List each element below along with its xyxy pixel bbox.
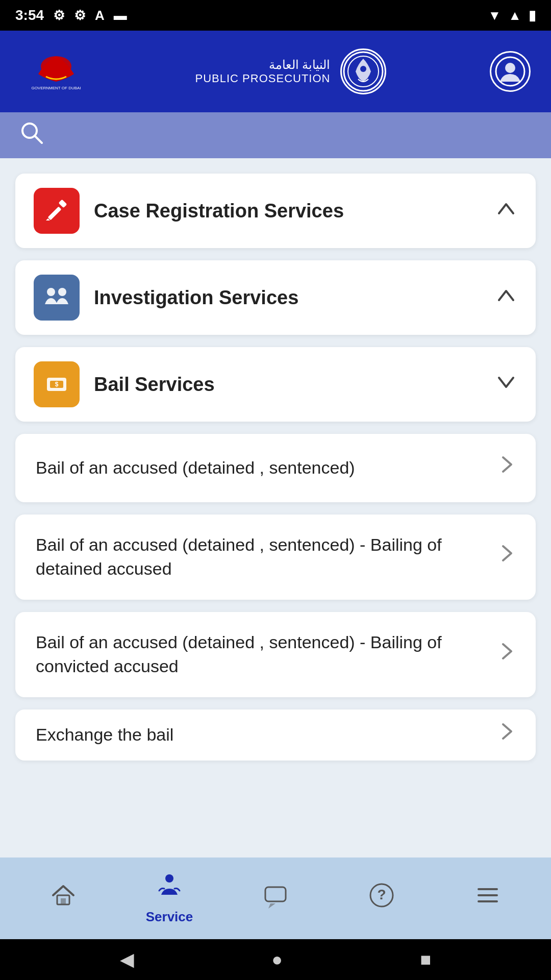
svg-rect-19 <box>61 898 66 904</box>
svg-text:$: $ <box>55 381 59 388</box>
case-registration-chevron <box>495 197 517 225</box>
status-bar-right: ▼ ▲ ▮ <box>488 8 536 23</box>
investigation-left: Investigation Services <box>34 275 298 321</box>
prosecution-english: PUBLIC PROSECUTION <box>195 72 331 85</box>
android-recent-button[interactable]: ■ <box>420 949 432 970</box>
svg-line-9 <box>35 136 42 143</box>
android-nav-bar: ◀ ● ■ <box>0 939 551 980</box>
nav-menu[interactable] <box>435 882 541 915</box>
svg-rect-12 <box>59 200 67 208</box>
help-icon: ? <box>368 882 395 915</box>
bail-item-3-chevron <box>500 639 515 671</box>
nav-service[interactable]: Service <box>116 872 222 925</box>
svg-text:?: ? <box>377 887 386 902</box>
bail-item-2-label: Bail of an accused (detained , sentenced… <box>36 533 490 581</box>
svg-point-7 <box>505 63 515 73</box>
user-profile-button[interactable] <box>490 51 531 92</box>
investigation-title: Investigation Services <box>94 287 298 309</box>
case-registration-title: Case Registration Services <box>94 200 344 222</box>
font-icon: A <box>95 8 105 23</box>
wifi-icon: ▼ <box>488 8 502 23</box>
header: GOVERNMENT OF DUBAI النيابة العامة PUBLI… <box>0 31 551 112</box>
settings-icon: ⚙ <box>53 8 65 23</box>
bail-item-4-label: Exchange the bail <box>36 723 173 747</box>
nav-help[interactable]: ? <box>329 882 435 915</box>
search-icon <box>20 121 43 149</box>
prosecution-arabic: النيابة العامة <box>195 58 331 72</box>
investigation-card[interactable]: Investigation Services <box>15 260 536 335</box>
svg-rect-10 <box>48 207 62 220</box>
svg-rect-21 <box>265 887 286 901</box>
android-home-button[interactable]: ● <box>271 949 283 970</box>
chat-icon <box>262 882 289 915</box>
case-registration-left: Case Registration Services <box>34 188 344 234</box>
status-bar: 3:54 ⚙ ⚙ A ▬ ▼ ▲ ▮ <box>0 0 551 31</box>
main-content: Case Registration Services Investigation… <box>0 158 551 857</box>
service-icon <box>156 872 183 905</box>
svg-point-20 <box>165 874 173 883</box>
gov-dubai-logo: GOVERNMENT OF DUBAI <box>20 48 92 94</box>
bail-item-4[interactable]: Exchange the bail <box>15 709 536 761</box>
battery-icon: ▮ <box>529 8 536 23</box>
bail-item-2[interactable]: Bail of an accused (detained , sentenced… <box>15 514 536 600</box>
bail-item-4-chevron <box>500 719 515 751</box>
gov-logo-svg: GOVERNMENT OF DUBAI <box>20 48 92 94</box>
svg-text:GOVERNMENT OF DUBAI: GOVERNMENT OF DUBAI <box>31 86 81 90</box>
bail-chevron <box>495 371 517 398</box>
bail-left: $ Bail Services <box>34 361 215 407</box>
investigation-icon <box>34 275 80 321</box>
bail-services-card[interactable]: $ Bail Services <box>15 347 536 422</box>
bail-item-2-chevron <box>500 541 515 573</box>
svg-point-13 <box>47 288 55 296</box>
status-bar-left: 3:54 ⚙ ⚙ A ▬ <box>15 7 127 23</box>
bail-item-3-label: Bail of an accused (detained , sentenced… <box>36 630 490 679</box>
search-bar[interactable] <box>0 112 551 158</box>
sim-icon: ▬ <box>114 8 127 23</box>
home-icon <box>50 882 77 915</box>
bail-item-1[interactable]: Bail of an accused (detained , sentenced… <box>15 434 536 502</box>
nav-home[interactable] <box>10 882 116 915</box>
prosecution-logo: النيابة العامة PUBLIC PROSECUTION <box>195 48 387 94</box>
investigation-chevron <box>495 284 517 311</box>
bail-icon: $ <box>34 361 80 407</box>
prosecution-emblem <box>340 48 386 94</box>
nav-service-label: Service <box>146 909 193 925</box>
bail-services-title: Bail Services <box>94 374 215 396</box>
status-time: 3:54 <box>15 7 44 23</box>
svg-point-14 <box>58 288 66 296</box>
case-registration-icon <box>34 188 80 234</box>
bail-item-1-chevron <box>500 452 515 484</box>
bail-item-1-label: Bail of an accused (detained , sentenced… <box>36 456 355 480</box>
menu-icon <box>474 882 501 915</box>
bail-item-3[interactable]: Bail of an accused (detained , sentenced… <box>15 612 536 697</box>
svg-point-5 <box>360 66 366 72</box>
android-back-button[interactable]: ◀ <box>120 949 134 970</box>
signal-icon: ▲ <box>508 8 521 23</box>
bottom-nav: Service ? <box>0 857 551 939</box>
nav-chat[interactable] <box>222 882 329 915</box>
case-registration-card[interactable]: Case Registration Services <box>15 174 536 248</box>
settings2-icon: ⚙ <box>74 8 86 23</box>
